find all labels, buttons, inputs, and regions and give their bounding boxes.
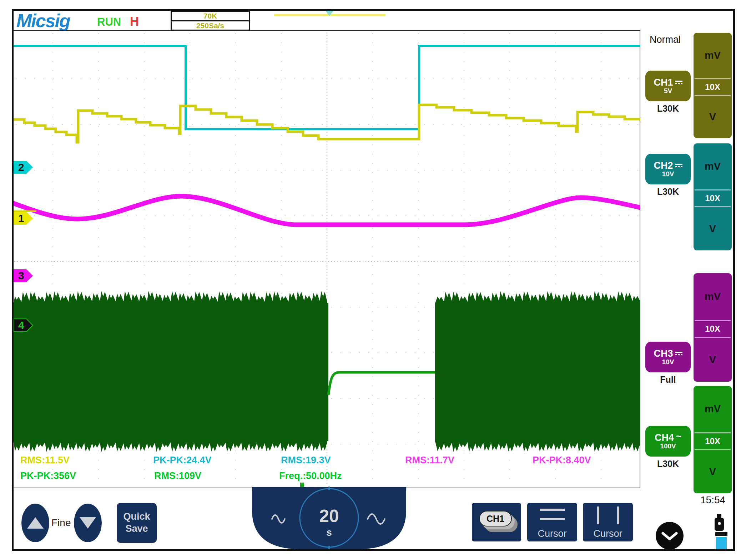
screen-frame [12,9,735,551]
oscilloscope-screen: Micsig RUN H 70K 250Sa/s 2 1 [0,0,746,560]
